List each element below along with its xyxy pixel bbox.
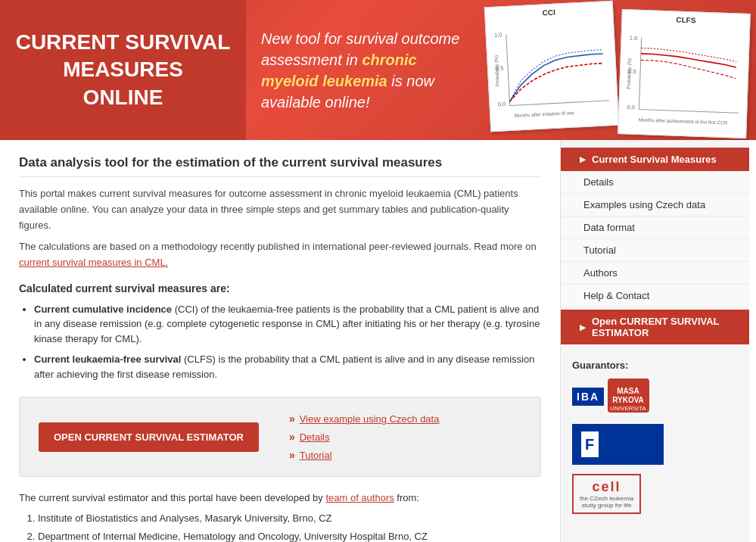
institution-2: Department of Internal Medicine, Hematol… <box>38 529 541 542</box>
sidebar-sub-items: Details Examples using Czech data Data f… <box>561 171 749 307</box>
svg-text:0.0: 0.0 <box>498 101 506 108</box>
arrow-icon-3: » <box>289 449 295 461</box>
sidebar-section-csm: ▶ Current Survival Measures Details Exam… <box>561 148 749 307</box>
view-example-link[interactable]: View example using Czech data <box>300 413 440 425</box>
header-charts: CCI 0.0 0.5 1.0 Months after initiation … <box>487 4 756 136</box>
cell-logo: cell the CZech leukemiastudy group for l… <box>572 474 641 514</box>
clfs-bold: Current leukaemia-free survival <box>34 354 181 365</box>
guarantors-section: Guarantors: IBA MASA RYKOVA UNIVERSITA <box>561 352 749 531</box>
dev-text2: from: <box>397 492 419 503</box>
cell-logo-text: cell <box>593 479 621 495</box>
intro-text-2: The calculations are based on a methodol… <box>19 241 537 252</box>
cell-logo-subtitle: the CZech leukemiastudy group for life <box>580 495 633 509</box>
iba-text: IBA <box>572 388 604 406</box>
intro-text-1: This portal makes current survival measu… <box>19 188 518 231</box>
cci-item: Current cumulative incidence (CCI) of th… <box>34 302 541 347</box>
cml-link[interactable]: current survival measures in CML. <box>19 257 168 268</box>
sidebar: ▶ Current Survival Measures Details Exam… <box>560 140 749 542</box>
header-title-area: CURRENT SURVIVAL MEASURES ONLINE <box>0 0 246 140</box>
svg-text:1.0: 1.0 <box>494 31 502 39</box>
guarantor-iba: IBA MASA RYKOVA UNIVERSITA <box>572 378 738 415</box>
intro-paragraph-2: The calculations are based on a methodol… <box>19 239 541 271</box>
sidebar-section-label: Current Survival Measures <box>592 154 717 165</box>
arrow-icon-2: » <box>289 431 295 443</box>
open-estimator-button[interactable]: Open CURRENT SURVIVAL ESTIMATOR <box>39 422 259 452</box>
header-subtitle-area: New tool for survival outcome assessment… <box>246 0 481 140</box>
guarantors-title: Guarantors: <box>572 360 738 371</box>
clfs-abbr: (CLFS) <box>181 354 216 365</box>
dev-paragraph: The current survival estimator and this … <box>19 492 541 503</box>
team-of-authors-link[interactable]: team of authors <box>325 492 394 503</box>
sidebar-item-authors[interactable]: Authors <box>561 262 749 285</box>
mu-logo-svg: MASA RYKOVA UNIVERSITA <box>608 378 649 413</box>
cta-link-item-3: » Tutorial <box>289 449 440 461</box>
svg-text:0.0: 0.0 <box>627 104 636 111</box>
intro-paragraph-1: This portal makes current survival measu… <box>19 186 541 233</box>
header-banner: CURRENT SURVIVAL MEASURES ONLINE New too… <box>0 0 756 140</box>
sidebar-nav: ▶ Current Survival Measures Details Exam… <box>561 148 749 344</box>
sidebar-item-data-format[interactable]: Data format <box>561 216 749 239</box>
sidebar-section-arrow: ▶ <box>580 155 586 164</box>
arrow-icon-1: » <box>289 413 295 425</box>
svg-text:UNIVERSITA: UNIVERSITA <box>610 405 646 412</box>
page-title: Data analysis tool for the estimation of… <box>19 155 541 177</box>
institutions-list: Institute of Biostatistics and Analyses,… <box>38 511 541 542</box>
tutorial-link[interactable]: Tutorial <box>300 450 332 461</box>
sidebar-item-details[interactable]: Details <box>561 171 749 194</box>
clfs-chart-card: CLFS 0.0 0.5 1.0 Months after achievemen… <box>618 9 751 139</box>
cci-bold: Current cumulative incidence <box>34 304 172 315</box>
cta-link-item-2: » Details <box>289 431 440 443</box>
sidebar-open-estimator[interactable]: ▶ Open CURRENT SURVIVAL ESTIMATOR <box>561 310 749 344</box>
content-area: Data analysis tool for the estimation of… <box>0 140 560 542</box>
main-layout: Data analysis tool for the estimation of… <box>0 140 756 542</box>
header-title: CURRENT SURVIVAL MEASURES ONLINE <box>1 29 246 111</box>
cta-box: Open CURRENT SURVIVAL ESTIMATOR » View e… <box>19 397 541 477</box>
sidebar-estimator-arrow: ▶ <box>580 323 586 332</box>
dev-text: The current survival estimator and this … <box>19 492 323 503</box>
sidebar-item-examples[interactable]: Examples using Czech data <box>561 194 749 216</box>
cta-link-item-1: » View example using Czech data <box>289 413 440 425</box>
details-link[interactable]: Details <box>300 431 330 443</box>
cci-chart-card: CCI 0.0 0.5 1.0 Months after initiation … <box>484 1 619 132</box>
title-line2: MEASURES <box>63 58 183 81</box>
sidebar-item-help-contact[interactable]: Help & Contact <box>561 285 749 307</box>
guarantor-fnb: F FAKULTNÍ NEMOCNICE BRNO <box>572 424 738 465</box>
cci-chart-svg: 0.0 0.5 1.0 Months after initiation of u… <box>490 16 614 127</box>
sidebar-section-title[interactable]: ▶ Current Survival Measures <box>561 148 749 171</box>
institution-1: Institute of Biostatistics and Analyses,… <box>38 511 541 526</box>
cci-abbr: (CCI) <box>172 304 198 315</box>
measures-list: Current cumulative incidence (CCI) of th… <box>34 302 541 382</box>
title-line1: CURRENT SURVIVAL <box>16 30 231 54</box>
sidebar-item-tutorial[interactable]: Tutorial <box>561 239 749 262</box>
clfs-item: Current leukaemia-free survival (CLFS) i… <box>34 352 541 382</box>
mu-logo-box: MASA RYKOVA UNIVERSITA <box>608 378 649 415</box>
iba-logo: IBA MASA RYKOVA UNIVERSITA <box>572 378 649 415</box>
fnb-logo: F FAKULTNÍ NEMOCNICE BRNO <box>572 424 664 465</box>
title-line3: ONLINE <box>83 86 163 109</box>
svg-text:1.0: 1.0 <box>630 34 638 41</box>
header-subtitle-text: New tool for survival outcome assessment… <box>261 28 465 113</box>
clfs-chart-svg: 0.0 0.5 1.0 Months after achievement of … <box>622 24 745 133</box>
development-section: The current survival estimator and this … <box>19 492 541 542</box>
cta-links: » View example using Czech data » Detail… <box>289 413 440 461</box>
guarantor-cell: cell the CZech leukemiastudy group for l… <box>572 474 738 514</box>
sidebar-estimator-label: Open CURRENT SURVIVAL ESTIMATOR <box>592 316 738 338</box>
svg-text:RYKOVA: RYKOVA <box>612 396 644 404</box>
svg-text:MASA: MASA <box>617 387 639 395</box>
section-title: Calculated current survival measures are… <box>19 282 541 294</box>
